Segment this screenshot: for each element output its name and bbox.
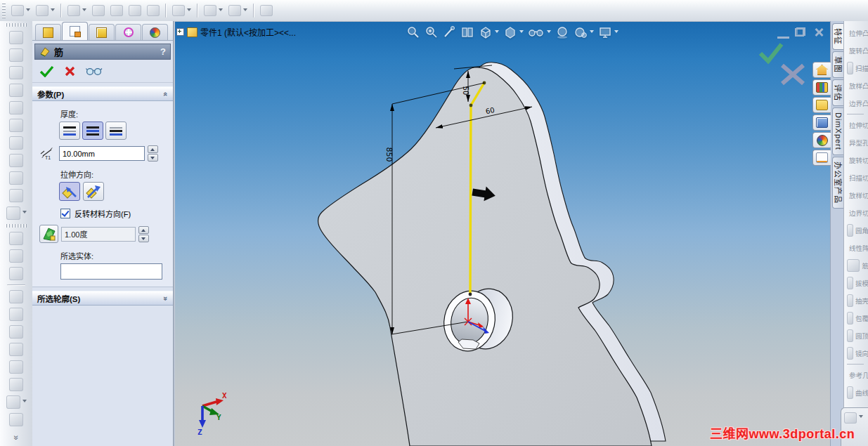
curves-icon[interactable] [226,4,250,18]
design-library-button[interactable] [812,79,831,96]
revolved-boss-icon[interactable]: 旋转凸台/基体 [844,41,868,59]
boundary-boss-icon[interactable]: 边界凸台/基体 [844,94,868,112]
thickness-second-side-button[interactable] [105,122,127,140]
selected-bodies-input[interactable] [60,263,162,280]
graphics-viewport[interactable]: 零件1 (默认<按加工><<... [173,21,868,446]
shadows-icon[interactable] [555,25,570,40]
hole-wizard-icon[interactable] [144,4,162,18]
dome-tool-icon[interactable] [8,266,25,281]
sketch-fillet-icon[interactable] [8,153,25,168]
swept-boss-icon[interactable]: 扫描 [844,59,868,77]
spline-tool-icon[interactable] [8,48,25,63]
help-icon[interactable]: ? [160,46,166,57]
file-explorer-button[interactable] [812,97,831,113]
tree-expand-icon[interactable] [176,28,184,36]
displaymanager-tab[interactable] [142,24,168,40]
tab-office-products[interactable]: 办公室产品 [832,157,844,209]
part-front-face[interactable] [318,67,652,446]
zoom-area-icon[interactable] [423,25,439,40]
magnify-icon[interactable] [441,25,457,40]
tab-dimxpert[interactable]: DimXpert [832,107,844,155]
sketch-tools-more-icon[interactable] [5,206,28,221]
shell-icon[interactable]: 抽壳 [844,291,868,309]
bend-icon[interactable] [8,360,25,374]
fillet-icon[interactable]: 圆角 [844,221,868,239]
boundary-cut-icon[interactable]: 边界切除 [844,204,868,221]
separator[interactable] [60,4,62,18]
propertymanager-tab[interactable] [62,22,88,40]
more-tools-chevron-icon[interactable]: » [11,433,21,442]
wrap-tool-icon[interactable] [8,377,25,392]
separator[interactable] [7,284,25,286]
fastening-feature-icon[interactable] [8,412,25,427]
slot-tool-icon[interactable] [8,83,25,98]
toolbar-grip[interactable] [6,224,27,228]
tab-features[interactable]: 特征 [832,23,844,50]
shape-feature-icon[interactable] [5,395,28,409]
draft-button[interactable] [39,225,58,243]
thickness-input[interactable]: 10.00mm [59,146,145,161]
polygon-tool-icon[interactable] [8,136,25,150]
convert-entities-icon[interactable] [8,100,25,115]
draft-icon[interactable]: 拔模 [844,274,868,291]
fillet-icon[interactable] [65,4,89,18]
spin-up-icon[interactable] [148,145,158,153]
instant3d-icon[interactable] [257,4,276,18]
extruded-boss-icon[interactable]: 拉伸凸台/基体 [844,24,868,41]
reference-geometry-icon[interactable]: 参考几何体 [844,366,868,383]
mirror-icon[interactable]: 镜向 [844,344,868,362]
toolbar-grip[interactable] [2,3,6,18]
dim-50[interactable]: 50 [462,86,469,96]
rib-icon[interactable]: 筋 [844,256,868,274]
appearances-icon[interactable] [573,25,595,40]
view-orientation-icon[interactable] [478,25,500,40]
direction-parallel-button[interactable] [59,182,80,201]
deform-icon[interactable] [8,307,25,322]
boundary-boss-icon[interactable] [8,249,25,263]
swept-cut-icon[interactable]: 扫描切除 [844,169,868,186]
spin-up-icon[interactable] [138,226,149,234]
thickness-both-sides-button[interactable] [82,122,103,140]
configurationmanager-tab[interactable] [89,24,115,40]
flip-material-checkbox[interactable] [60,209,70,218]
rectangle-tool-icon[interactable] [8,65,25,80]
custom-properties-button[interactable] [812,150,831,166]
quick-tool-dropdown[interactable] [857,412,863,421]
lofted-cut-icon[interactable]: 放样切割 [844,186,868,204]
curves-icon[interactable]: 曲线 [844,383,868,401]
hide-show-items-icon[interactable] [527,25,552,40]
zoom-fit-icon[interactable] [405,25,420,40]
dimxpertmanager-tab[interactable] [115,24,141,40]
section-view-icon[interactable] [460,25,475,40]
panel-splitter[interactable] [173,21,175,446]
hole-wizard-icon[interactable]: 异型孔向导 [844,133,868,151]
minimize-button[interactable] [777,27,789,39]
offset-entities-icon[interactable] [8,118,25,133]
freeform-icon[interactable] [8,289,25,304]
display-style-icon[interactable] [503,25,524,40]
featuremanager-tab[interactable] [35,24,61,40]
confirm-cancel-icon[interactable] [782,65,803,84]
quick-tool-icon[interactable] [844,412,857,424]
solidworks-resources-button[interactable] [812,62,831,78]
restore-button[interactable] [795,27,807,37]
spin-down-icon[interactable] [148,154,158,162]
linear-pattern-icon[interactable] [169,4,194,18]
extruded-cut-icon[interactable]: 拉伸切除 [844,116,868,133]
linear-pattern-icon[interactable]: 线性阵列 [844,239,868,256]
lofted-boss-icon[interactable] [8,231,25,246]
tab-evaluate[interactable]: 评估 [832,79,844,106]
direction-normal-button[interactable] [83,182,104,201]
separator[interactable] [165,4,167,18]
separator[interactable] [197,4,198,18]
reference-geometry-icon[interactable] [201,4,226,18]
revolved-cut-icon[interactable]: 旋转切除 [844,151,868,169]
parameters-section-header[interactable]: 参数(P) « [32,86,173,101]
rib-tool-icon[interactable] [89,4,108,18]
selected-contours-header[interactable]: 所选轮廓(S) » [32,291,173,306]
cancel-button[interactable] [64,65,76,77]
toolbar-grip[interactable] [6,23,27,27]
mirror-entities-icon[interactable] [8,171,25,185]
model-canvas[interactable]: 850 50 60 X Y Z [173,21,868,446]
separator[interactable] [253,4,254,18]
